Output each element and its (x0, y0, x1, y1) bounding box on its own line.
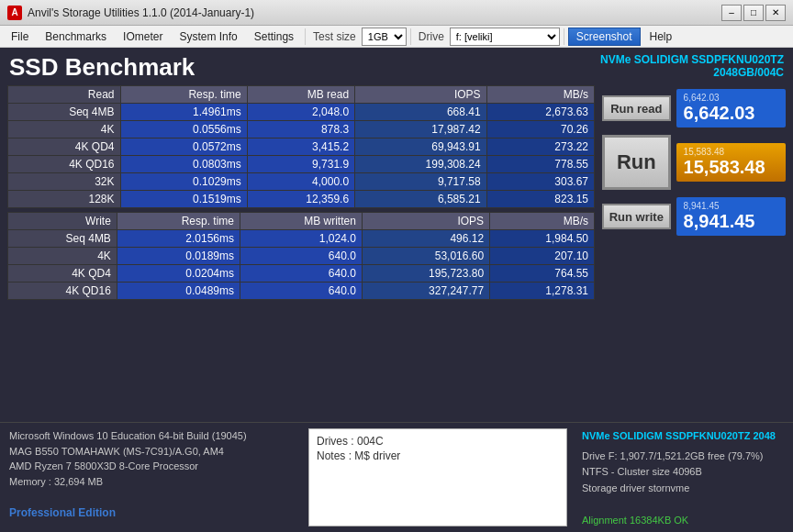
write-cell-mbs: 1,984.50 (490, 230, 595, 248)
write-col-label: Write (8, 213, 117, 230)
read-cell-resp: 0.1519ms (120, 191, 247, 208)
drive-detail-header: NVMe SOLIDIGM SSDPFKNU020TZ 2048 (582, 428, 784, 445)
write-row-label: Seq 4MB (8, 230, 117, 248)
menu-settings[interactable]: Settings (247, 27, 301, 47)
write-cell-mb: 1,024.0 (240, 230, 363, 248)
read-col-mb: MB read (247, 86, 354, 104)
read-score-row: Run read 6,642.03 6,642.03 (602, 89, 786, 127)
read-cell-resp: 0.0556ms (120, 121, 247, 139)
sys-memory: Memory : 32,694 MB (9, 474, 294, 490)
read-cell-mb: 878.3 (247, 121, 354, 139)
menu-sysinfo[interactable]: System Info (172, 27, 244, 47)
read-col-mbs: MB/s (486, 86, 594, 104)
read-score-main: 6,642.03 (684, 103, 778, 124)
notes-area: Drives : 004C Notes : M$ driver (308, 428, 567, 526)
write-score-subtitle: 8,941.45 (684, 201, 778, 211)
read-cell-mbs: 303.67 (486, 173, 594, 191)
pro-edition: Professional Edition (9, 504, 294, 521)
right-panel: Run read 6,642.03 6,642.03 Run 15,583.48… (602, 85, 786, 418)
write-cell-mbs: 764.55 (490, 265, 595, 283)
drive-label: Drive (415, 30, 448, 43)
read-cell-mbs: 2,673.63 (486, 104, 594, 121)
write-cell-resp: 2.0156ms (117, 230, 240, 248)
write-cell-resp: 0.0189ms (117, 248, 240, 265)
read-cell-mb: 4,000.0 (247, 173, 354, 191)
page-title: SSD Benchmark (9, 53, 195, 82)
write-cell-mbs: 207.10 (490, 248, 595, 265)
read-cell-iops: 668.41 (355, 104, 487, 121)
read-row-label: 4K QD16 (8, 156, 121, 173)
menu-bar: File Benchmarks IOmeter System Info Sett… (0, 26, 793, 48)
run-button[interactable]: Run (602, 135, 671, 190)
total-score-subtitle: 15,583.48 (684, 147, 778, 157)
read-score-subtitle: 6,642.03 (684, 93, 778, 103)
write-score-row: Run write 8,941.45 8,941.45 (602, 197, 786, 236)
read-table-row: 4K QD160.0803ms9,731.9199,308.24778.55 (8, 156, 595, 173)
testsize-select[interactable]: 1GB (362, 28, 407, 46)
separator3 (564, 28, 564, 45)
drive-compression: Compression 100% (Incompressible) (582, 529, 784, 532)
minimize-button[interactable]: – (721, 5, 742, 21)
write-table-row: 4K QD160.0489ms640.0327,247.771,278.31 (8, 283, 595, 300)
read-col-label: Read (8, 86, 121, 104)
write-cell-iops: 53,016.60 (362, 248, 489, 265)
maximize-button[interactable]: □ (743, 5, 764, 21)
drive-info-line2: 2048GB/004C (600, 66, 784, 79)
read-table-row: 4K QD40.0572ms3,415.269,943.91273.22 (8, 139, 595, 156)
menu-iometer[interactable]: IOmeter (116, 27, 170, 47)
read-cell-iops: 199,308.24 (355, 156, 487, 173)
read-cell-resp: 0.0803ms (120, 156, 247, 173)
read-row-label: 32K (8, 173, 121, 191)
drive-detail: NVMe SOLIDIGM SSDPFKNU020TZ 2048 Drive F… (573, 423, 793, 532)
menu-help[interactable]: Help (642, 27, 680, 47)
read-cell-resp: 0.0572ms (120, 139, 247, 156)
read-col-resp: Resp. time (120, 86, 247, 104)
menu-benchmarks[interactable]: Benchmarks (38, 27, 114, 47)
run-write-button[interactable]: Run write (602, 204, 671, 229)
drive-info: NVMe SOLIDIGM SSDPFKNU020TZ 2048GB/004C (600, 53, 784, 79)
read-table-row: 4K0.0556ms878.317,987.4270.26 (8, 121, 595, 139)
read-cell-mb: 2,048.0 (247, 104, 354, 121)
drive-select[interactable]: f: [veliki] (450, 28, 560, 46)
read-row-label: 4K (8, 121, 121, 139)
write-cell-mbs: 1,278.31 (490, 283, 595, 300)
read-cell-mbs: 273.22 (486, 139, 594, 156)
drive-detail-line2: NTFS - Cluster size 4096B (582, 464, 784, 481)
system-info: Microsoft Windows 10 Education 64-bit Bu… (0, 423, 303, 532)
read-cell-mb: 12,359.6 (247, 191, 354, 208)
write-cell-mb: 640.0 (240, 248, 363, 265)
write-table-row: Seq 4MB2.0156ms1,024.0496.121,984.50 (8, 230, 595, 248)
total-score-main: 15,583.48 (684, 157, 778, 178)
read-cell-mbs: 823.15 (486, 191, 594, 208)
read-cell-mb: 3,415.2 (247, 139, 354, 156)
notes-text: Notes : M$ driver (317, 449, 559, 462)
write-col-iops: IOPS (362, 213, 489, 230)
drive-detail-line3: Storage driver stornvme (582, 481, 784, 497)
drive-detail-line1: Drive F: 1,907.7/1,521.2GB free (79.7%) (582, 449, 784, 465)
read-table-body: Seq 4MB1.4961ms2,048.0668.412,673.634K0.… (8, 104, 595, 208)
write-col-mbs: MB/s (490, 213, 595, 230)
read-cell-mbs: 70.26 (486, 121, 594, 139)
sys-os: Microsoft Windows 10 Education 64-bit Bu… (9, 428, 294, 444)
write-col-mb: MB written (240, 213, 363, 230)
total-score-box: 15,583.48 15,583.48 (676, 143, 786, 182)
read-score-box: 6,642.03 6,642.03 (676, 89, 786, 127)
read-row-label: 128K (8, 191, 121, 208)
drive-info-line1: NVMe SOLIDIGM SSDPFKNU020TZ (600, 53, 784, 66)
write-table-row: 4K QD40.0204ms640.0195,723.80764.55 (8, 265, 595, 283)
close-button[interactable]: ✕ (765, 5, 786, 21)
menu-file[interactable]: File (4, 27, 36, 47)
read-cell-mb: 9,731.9 (247, 156, 354, 173)
run-read-button[interactable]: Run read (602, 95, 671, 121)
main-content: SSD Benchmark NVMe SOLIDIGM SSDPFKNU020T… (0, 48, 793, 532)
read-table: Read Resp. time MB read IOPS MB/s Seq 4M… (7, 85, 595, 208)
read-cell-resp: 0.1029ms (120, 173, 247, 191)
window-title: Anvil's Storage Utilities 1.1.0 (2014-Ja… (28, 6, 721, 19)
write-cell-resp: 0.0204ms (117, 265, 240, 283)
write-row-label: 4K QD4 (8, 265, 117, 283)
write-score-main: 8,941.45 (684, 211, 778, 232)
testsize-label: Test size (309, 30, 360, 43)
write-cell-resp: 0.0489ms (117, 283, 240, 300)
write-cell-mb: 640.0 (240, 265, 363, 283)
screenshot-button[interactable]: Screenshot (568, 28, 641, 46)
